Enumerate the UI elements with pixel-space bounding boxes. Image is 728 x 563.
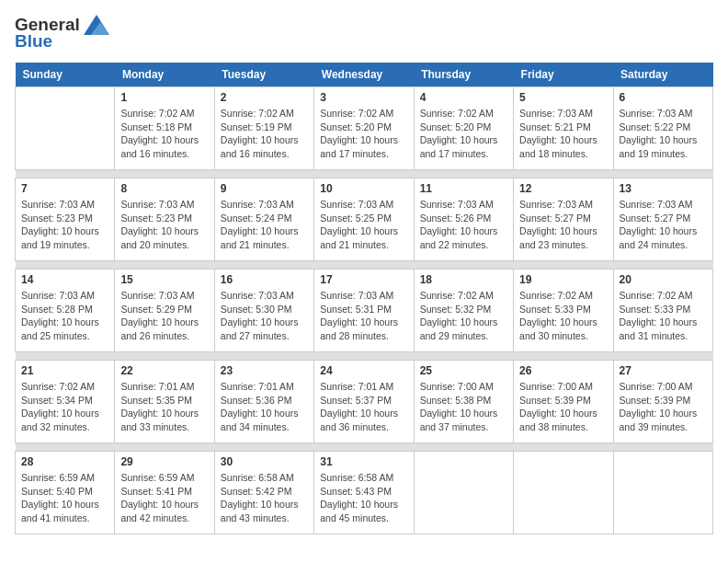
day-number: 23	[221, 364, 308, 377]
day-number: 4	[420, 91, 507, 104]
day-info: Sunrise: 7:03 AMSunset: 5:21 PMDaylight:…	[519, 107, 607, 161]
day-number: 8	[120, 182, 208, 195]
day-info: Sunrise: 7:01 AMSunset: 5:36 PMDaylight:…	[221, 380, 308, 434]
day-info: Sunrise: 7:01 AMSunset: 5:37 PMDaylight:…	[320, 380, 407, 434]
day-number: 1	[120, 91, 208, 104]
day-info: Sunrise: 7:03 AMSunset: 5:28 PMDaylight:…	[21, 289, 108, 343]
calendar-header-row: SundayMondayTuesdayWednesdayThursdayFrid…	[16, 63, 713, 87]
calendar-cell: 17Sunrise: 7:03 AMSunset: 5:31 PMDayligh…	[314, 270, 414, 352]
week-row-2: 7Sunrise: 7:03 AMSunset: 5:23 PMDaylight…	[16, 178, 713, 261]
calendar-cell	[414, 452, 513, 534]
day-info: Sunrise: 7:03 AMSunset: 5:22 PMDaylight:…	[620, 107, 707, 161]
day-info: Sunrise: 6:58 AMSunset: 5:42 PMDaylight:…	[221, 471, 308, 525]
week-spacer	[16, 443, 713, 452]
day-number: 3	[320, 91, 407, 104]
week-row-1: 1Sunrise: 7:02 AMSunset: 5:18 PMDaylight…	[16, 87, 713, 170]
day-info: Sunrise: 7:01 AMSunset: 5:35 PMDaylight:…	[120, 380, 208, 434]
day-info: Sunrise: 7:03 AMSunset: 5:25 PMDaylight:…	[320, 198, 407, 252]
day-info: Sunrise: 7:00 AMSunset: 5:39 PMDaylight:…	[620, 380, 707, 434]
day-number: 2	[221, 91, 308, 104]
calendar-cell: 7Sunrise: 7:03 AMSunset: 5:23 PMDaylight…	[16, 178, 115, 261]
day-info: Sunrise: 7:02 AMSunset: 5:33 PMDaylight:…	[519, 289, 607, 343]
day-number: 25	[420, 364, 507, 377]
day-info: Sunrise: 7:03 AMSunset: 5:23 PMDaylight:…	[120, 198, 208, 252]
calendar-cell: 13Sunrise: 7:03 AMSunset: 5:27 PMDayligh…	[613, 178, 712, 261]
calendar-cell: 21Sunrise: 7:02 AMSunset: 5:34 PMDayligh…	[16, 361, 115, 443]
week-row-3: 14Sunrise: 7:03 AMSunset: 5:28 PMDayligh…	[16, 270, 713, 352]
day-info: Sunrise: 7:03 AMSunset: 5:30 PMDaylight:…	[221, 289, 308, 343]
week-row-5: 28Sunrise: 6:59 AMSunset: 5:40 PMDayligh…	[16, 452, 713, 534]
header-saturday: Saturday	[613, 63, 712, 87]
calendar-cell: 25Sunrise: 7:00 AMSunset: 5:38 PMDayligh…	[414, 361, 513, 443]
calendar-cell: 1Sunrise: 7:02 AMSunset: 5:18 PMDaylight…	[115, 87, 214, 170]
day-number: 22	[120, 364, 208, 377]
day-number: 28	[21, 455, 108, 468]
calendar-cell: 30Sunrise: 6:58 AMSunset: 5:42 PMDayligh…	[214, 452, 313, 534]
week-spacer-cell	[16, 261, 713, 270]
day-number: 26	[519, 364, 607, 377]
week-row-4: 21Sunrise: 7:02 AMSunset: 5:34 PMDayligh…	[16, 361, 713, 443]
calendar-cell: 16Sunrise: 7:03 AMSunset: 5:30 PMDayligh…	[214, 270, 313, 352]
logo-blue: Blue	[15, 31, 52, 52]
logo: General Blue	[15, 15, 109, 52]
day-info: Sunrise: 7:03 AMSunset: 5:24 PMDaylight:…	[221, 198, 308, 252]
day-info: Sunrise: 7:02 AMSunset: 5:32 PMDaylight:…	[420, 289, 507, 343]
day-info: Sunrise: 7:02 AMSunset: 5:34 PMDaylight:…	[21, 380, 108, 434]
day-info: Sunrise: 7:03 AMSunset: 5:31 PMDaylight:…	[320, 289, 407, 343]
calendar-cell: 15Sunrise: 7:03 AMSunset: 5:29 PMDayligh…	[115, 270, 214, 352]
day-number: 9	[221, 182, 308, 195]
day-number: 12	[519, 182, 607, 195]
calendar-cell: 3Sunrise: 7:02 AMSunset: 5:20 PMDaylight…	[314, 87, 414, 170]
calendar-cell: 14Sunrise: 7:03 AMSunset: 5:28 PMDayligh…	[16, 270, 115, 352]
day-number: 27	[620, 364, 707, 377]
day-info: Sunrise: 7:03 AMSunset: 5:26 PMDaylight:…	[420, 198, 507, 252]
calendar-cell: 20Sunrise: 7:02 AMSunset: 5:33 PMDayligh…	[613, 270, 712, 352]
day-info: Sunrise: 7:02 AMSunset: 5:33 PMDaylight:…	[620, 289, 707, 343]
day-info: Sunrise: 7:02 AMSunset: 5:20 PMDaylight:…	[320, 107, 407, 161]
calendar-cell: 26Sunrise: 7:00 AMSunset: 5:39 PMDayligh…	[514, 361, 613, 443]
week-spacer	[16, 352, 713, 361]
calendar-cell	[514, 452, 613, 534]
day-info: Sunrise: 7:02 AMSunset: 5:19 PMDaylight:…	[221, 107, 308, 161]
day-info: Sunrise: 7:03 AMSunset: 5:29 PMDaylight:…	[120, 289, 208, 343]
day-info: Sunrise: 6:59 AMSunset: 5:40 PMDaylight:…	[21, 471, 108, 525]
calendar-cell: 10Sunrise: 7:03 AMSunset: 5:25 PMDayligh…	[314, 178, 414, 261]
calendar-cell: 4Sunrise: 7:02 AMSunset: 5:20 PMDaylight…	[414, 87, 513, 170]
calendar-cell: 12Sunrise: 7:03 AMSunset: 5:27 PMDayligh…	[514, 178, 613, 261]
calendar-cell: 6Sunrise: 7:03 AMSunset: 5:22 PMDaylight…	[613, 87, 712, 170]
week-spacer	[16, 261, 713, 270]
day-info: Sunrise: 6:58 AMSunset: 5:43 PMDaylight:…	[320, 471, 407, 525]
day-number: 21	[21, 364, 108, 377]
header-sunday: Sunday	[16, 63, 115, 87]
header-monday: Monday	[115, 63, 214, 87]
week-spacer-cell	[16, 170, 713, 178]
calendar-cell: 23Sunrise: 7:01 AMSunset: 5:36 PMDayligh…	[214, 361, 313, 443]
week-spacer-cell	[16, 443, 713, 452]
day-info: Sunrise: 6:59 AMSunset: 5:41 PMDaylight:…	[120, 471, 208, 525]
day-number: 5	[519, 91, 607, 104]
calendar-cell	[613, 452, 712, 534]
calendar-cell: 28Sunrise: 6:59 AMSunset: 5:40 PMDayligh…	[16, 452, 115, 534]
day-info: Sunrise: 7:00 AMSunset: 5:38 PMDaylight:…	[420, 380, 507, 434]
calendar-cell: 31Sunrise: 6:58 AMSunset: 5:43 PMDayligh…	[314, 452, 414, 534]
week-spacer	[16, 170, 713, 178]
day-info: Sunrise: 7:02 AMSunset: 5:18 PMDaylight:…	[120, 107, 208, 161]
calendar-cell: 5Sunrise: 7:03 AMSunset: 5:21 PMDaylight…	[514, 87, 613, 170]
header-friday: Friday	[514, 63, 613, 87]
day-info: Sunrise: 7:03 AMSunset: 5:27 PMDaylight:…	[620, 198, 707, 252]
day-number: 24	[320, 364, 407, 377]
day-number: 7	[21, 182, 108, 195]
day-number: 15	[120, 273, 208, 286]
calendar-cell: 2Sunrise: 7:02 AMSunset: 5:19 PMDaylight…	[214, 87, 313, 170]
day-number: 31	[320, 455, 407, 468]
calendar-cell: 24Sunrise: 7:01 AMSunset: 5:37 PMDayligh…	[314, 361, 414, 443]
calendar-cell: 29Sunrise: 6:59 AMSunset: 5:41 PMDayligh…	[115, 452, 214, 534]
day-number: 19	[519, 273, 607, 286]
day-number: 6	[620, 91, 707, 104]
calendar-cell: 11Sunrise: 7:03 AMSunset: 5:26 PMDayligh…	[414, 178, 513, 261]
day-number: 17	[320, 273, 407, 286]
day-number: 13	[620, 182, 707, 195]
day-number: 30	[221, 455, 308, 468]
header-wednesday: Wednesday	[314, 63, 414, 87]
week-spacer-cell	[16, 352, 713, 361]
